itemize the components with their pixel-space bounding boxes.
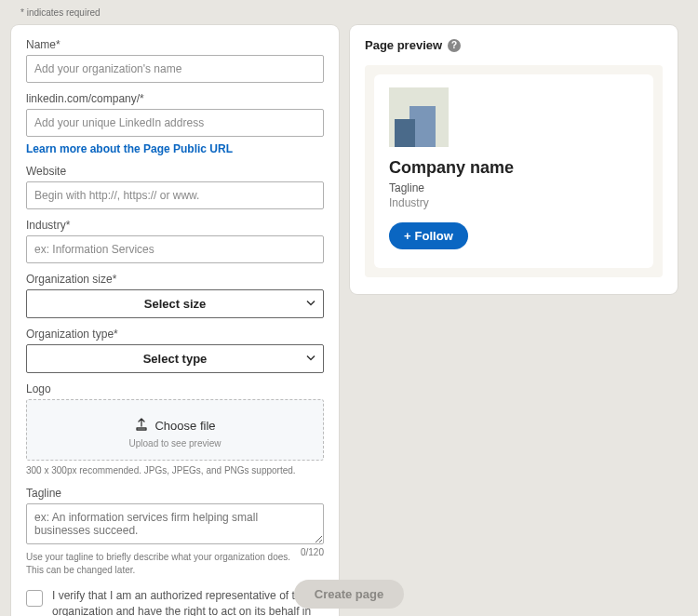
industry-label: Industry* bbox=[26, 219, 324, 232]
name-input[interactable] bbox=[26, 55, 324, 83]
tagline-label: Tagline bbox=[26, 487, 324, 500]
logo-label: Logo bbox=[26, 382, 324, 395]
url-help-link[interactable]: Learn more about the Page Public URL bbox=[26, 142, 233, 155]
name-label: Name* bbox=[26, 38, 324, 51]
type-select[interactable]: Select type bbox=[26, 344, 324, 373]
logo-upload[interactable]: Choose file Upload to see preview bbox=[26, 399, 324, 461]
create-page-button[interactable]: Create page bbox=[294, 580, 404, 609]
url-label: linkedin.com/company/* bbox=[26, 92, 324, 105]
plus-icon: + bbox=[404, 229, 411, 243]
preview-industry: Industry bbox=[389, 196, 638, 209]
preview-card: Page preview ? Company name Tagline Indu… bbox=[350, 25, 678, 294]
url-input[interactable] bbox=[26, 109, 324, 137]
size-select[interactable]: Select size bbox=[26, 289, 324, 318]
tagline-input[interactable] bbox=[26, 503, 324, 544]
logo-placeholder-icon bbox=[389, 87, 449, 147]
tagline-counter: 0/120 bbox=[301, 547, 324, 557]
upload-icon bbox=[134, 417, 149, 435]
upload-subtext: Upload to see preview bbox=[27, 438, 323, 449]
size-label: Organization size* bbox=[26, 273, 324, 286]
preview-title: Page preview bbox=[365, 38, 442, 52]
form-card: Name* linkedin.com/company/* Learn more … bbox=[11, 25, 339, 616]
type-label: Organization type* bbox=[26, 328, 324, 341]
required-indicator: * indicates required bbox=[11, 0, 687, 25]
preview-tagline: Tagline bbox=[389, 181, 638, 194]
preview-inner: Company name Tagline Industry + Follow bbox=[365, 65, 663, 277]
upload-choose-text: Choose file bbox=[154, 419, 215, 433]
tagline-hint: Use your tagline to briefly describe wha… bbox=[26, 551, 293, 577]
website-label: Website bbox=[26, 165, 324, 178]
company-preview-card: Company name Tagline Industry + Follow bbox=[374, 74, 653, 268]
preview-company-name: Company name bbox=[389, 158, 638, 178]
help-icon[interactable]: ? bbox=[448, 39, 461, 52]
logo-hint: 300 x 300px recommended. JPGs, JPEGs, an… bbox=[26, 464, 324, 477]
follow-label: Follow bbox=[415, 229, 453, 243]
industry-input[interactable] bbox=[26, 235, 324, 263]
website-input[interactable] bbox=[26, 181, 324, 209]
follow-button[interactable]: + Follow bbox=[389, 222, 468, 249]
